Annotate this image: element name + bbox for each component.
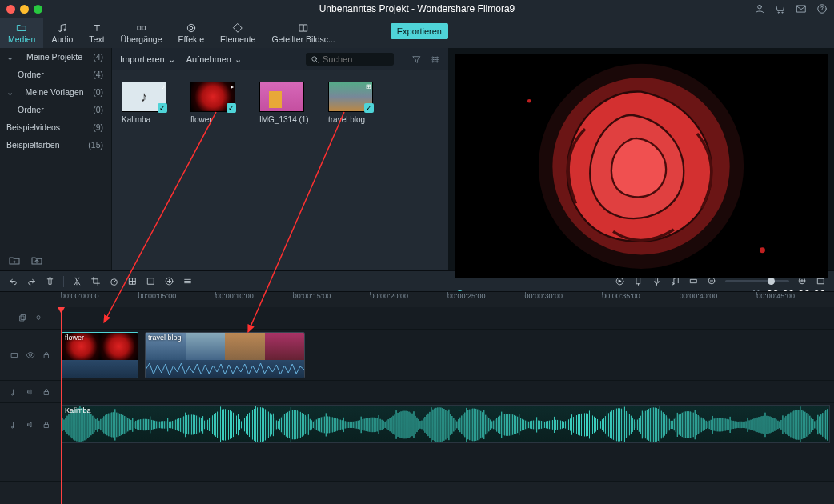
track-visibility-icon[interactable] — [26, 350, 35, 360]
greenscreen-button[interactable] — [146, 276, 156, 286]
media-item-travel[interactable]: ⊞✓travel blog — [328, 82, 378, 124]
audio-fx-track[interactable] — [0, 381, 834, 403]
svg-rect-12 — [304, 24, 307, 30]
svg-point-13 — [312, 56, 317, 61]
track-mute-icon[interactable] — [26, 387, 35, 397]
timeline-ruler[interactable]: 00:00:00:00 00:00:05:00 00:00:10:00 00:0… — [0, 291, 834, 307]
track-settings-icon[interactable] — [10, 350, 19, 360]
check-icon: ✓ — [364, 103, 374, 113]
window-title: Unbenanntes Projekt - Wondershare Filmor… — [0, 3, 834, 14]
record-dropdown[interactable]: Aufnehmen ⌄ — [186, 54, 242, 65]
effects-icon — [186, 22, 197, 34]
svg-rect-50 — [45, 391, 49, 394]
adjust-button[interactable] — [182, 276, 193, 286]
svg-rect-40 — [691, 279, 697, 282]
grid-view-icon[interactable] — [430, 54, 440, 65]
split-button[interactable] — [72, 276, 82, 286]
svg-point-16 — [436, 56, 438, 58]
zoom-handle[interactable] — [768, 278, 775, 285]
delete-button[interactable] — [45, 276, 55, 286]
tab-effekte[interactable]: Effekte — [170, 18, 213, 48]
audio-track[interactable]: Kalimba — [0, 403, 834, 446]
svg-point-49 — [12, 394, 14, 395]
empty-track[interactable] — [0, 446, 834, 482]
track-lock-icon[interactable] — [42, 350, 51, 360]
svg-point-47 — [30, 354, 32, 356]
track-mute-icon[interactable] — [26, 420, 35, 430]
undo-button[interactable] — [8, 276, 18, 286]
tab-split-screen[interactable]: Geteilter Bildsc... — [263, 18, 343, 48]
chevron-down-icon: ⌄ — [168, 54, 175, 65]
redo-button[interactable] — [26, 276, 37, 286]
media-item-img1314[interactable]: IMG_1314 (1) — [259, 82, 309, 124]
sidebar-item-folder-2[interactable]: Ordner(0) — [0, 101, 111, 118]
zoom-slider[interactable] — [725, 280, 789, 282]
elements-icon — [232, 22, 243, 34]
svg-rect-52 — [45, 424, 49, 427]
rose-preview-image — [455, 54, 828, 278]
export-button[interactable]: Exportieren — [391, 23, 448, 39]
video-track[interactable]: flower travel blog — [0, 330, 834, 381]
svg-rect-38 — [656, 278, 657, 282]
track-lock-icon[interactable] — [42, 420, 51, 430]
svg-rect-48 — [45, 354, 49, 358]
svg-rect-8 — [142, 26, 146, 30]
color-button[interactable] — [127, 276, 138, 286]
track-copy-icon[interactable] — [18, 314, 27, 323]
crop-button[interactable] — [90, 276, 101, 286]
video-clip-flower[interactable]: flower — [62, 332, 138, 378]
svg-point-39 — [672, 283, 674, 285]
filter-icon[interactable] — [411, 54, 422, 65]
svg-point-9 — [190, 26, 193, 30]
media-toolbar: Importieren ⌄ Aufnehmen ⌄ — [112, 48, 448, 70]
transition-icon — [136, 22, 147, 34]
import-dropdown[interactable]: Importieren ⌄ — [120, 54, 175, 65]
svg-point-27 — [527, 99, 531, 103]
svg-point-22 — [436, 61, 438, 62]
folder-icon — [16, 22, 27, 34]
tab-uebergaenge[interactable]: Übergänge — [113, 18, 170, 48]
video-clip-travel[interactable]: travel blog — [145, 332, 305, 378]
svg-rect-43 — [818, 278, 824, 284]
svg-rect-11 — [299, 24, 303, 30]
sidebar-item-templates[interactable]: Meine Vorlagen(0) — [0, 83, 111, 101]
media-item-flower[interactable]: ▸✓flower — [190, 82, 240, 124]
svg-point-6 — [64, 29, 66, 30]
audio-clip-kalimba[interactable]: Kalimba — [62, 405, 830, 443]
svg-point-15 — [435, 56, 436, 58]
search-box[interactable] — [306, 53, 394, 66]
svg-rect-45 — [22, 314, 26, 319]
media-panel: Importieren ⌄ Aufnehmen ⌄ ♪✓Kalimba ▸✓fl… — [112, 48, 448, 270]
timeline-tracks: flower travel blog — [0, 307, 834, 482]
track-lock-icon[interactable] — [42, 387, 51, 397]
tab-audio[interactable]: Audio — [43, 18, 81, 48]
track-link-icon[interactable] — [34, 314, 43, 323]
clip-waveform — [146, 360, 304, 378]
svg-point-21 — [435, 61, 436, 62]
sidebar-item-sample-colors[interactable]: Beispielfarben(15) — [0, 136, 111, 154]
media-thumbnails: ♪✓Kalimba ▸✓flower IMG_1314 (1) ⊞✓travel… — [112, 70, 448, 135]
keyframe-button[interactable] — [164, 276, 174, 286]
svg-point-20 — [432, 61, 434, 62]
preview-canvas[interactable] — [455, 54, 828, 278]
sidebar-item-projects[interactable]: Meine Projekte(4) — [0, 48, 111, 66]
tab-text[interactable]: Text — [81, 18, 112, 48]
speed-button[interactable] — [109, 276, 119, 286]
new-folder-icon[interactable] — [8, 254, 21, 267]
tab-medien[interactable]: Medien — [0, 18, 43, 48]
playhead[interactable] — [61, 307, 62, 504]
tab-elemente[interactable]: Elemente — [212, 18, 263, 48]
svg-rect-34 — [148, 278, 154, 285]
folder-out-icon[interactable] — [30, 254, 43, 267]
media-item-kalimba[interactable]: ♪✓Kalimba — [122, 82, 171, 124]
sidebar-item-sample-videos[interactable]: Beispielvideos(9) — [0, 118, 111, 136]
svg-point-10 — [187, 24, 194, 31]
svg-rect-37 — [636, 278, 640, 284]
project-sidebar: Meine Projekte(4) Ordner(4) Meine Vorlag… — [0, 48, 112, 270]
svg-point-51 — [12, 426, 14, 428]
svg-point-17 — [432, 58, 434, 60]
music-note-icon — [10, 420, 19, 430]
sidebar-item-folder-1[interactable]: Ordner(4) — [0, 66, 111, 83]
search-input[interactable] — [323, 54, 387, 64]
chevron-down-icon: ⌄ — [235, 54, 242, 65]
